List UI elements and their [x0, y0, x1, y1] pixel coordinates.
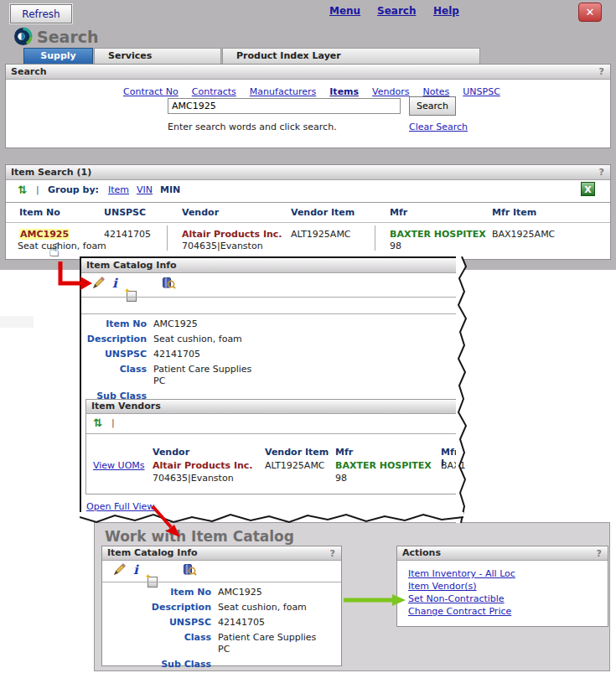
refresh-vendors-icon[interactable]: ⇅ [93, 417, 102, 429]
sparkle-icon: ✦ [124, 287, 131, 295]
mfr-detail: 98 [335, 473, 347, 484]
actions-header: Actions ? [397, 546, 608, 561]
col-mfr: Mfr [335, 447, 353, 458]
export-excel-icon[interactable]: X [581, 182, 595, 199]
col-vendor: Vendor [153, 447, 189, 458]
group-by-label: Group by: [48, 184, 99, 195]
help-link[interactable]: Help [433, 5, 459, 17]
group-by-vin-link[interactable]: VIN [137, 184, 153, 195]
item-vendors-title: Item Vendors [91, 401, 161, 412]
refresh-results-icon[interactable]: ⇅ [18, 184, 27, 196]
group-by-item-link[interactable]: Item [108, 184, 129, 195]
vendor-detail: 704635|Evanston [153, 473, 234, 484]
action-item-inventory-link[interactable]: Item Inventory - All Loc [408, 568, 515, 579]
help-icon[interactable]: ? [330, 548, 335, 559]
app-window: Refresh Menu Search Help ✕ Search Supply… [0, 0, 616, 270]
tab-services[interactable]: Services [94, 48, 221, 64]
view-uoms-link[interactable]: View UOMs [93, 460, 145, 471]
field-label: Description [81, 334, 147, 345]
screen: Refresh Menu Search Help ✕ Search Supply… [0, 0, 616, 673]
search-panel: Search ? Contract No Contracts Manufactu… [5, 64, 611, 148]
group-by-min-active: MIN [160, 184, 180, 195]
info-icon[interactable]: i [133, 564, 138, 576]
help-icon[interactable]: ? [599, 66, 604, 77]
refresh-button[interactable]: Refresh [10, 4, 72, 23]
link-items[interactable]: Items [329, 86, 359, 97]
red-arrow-to-edit-icon [55, 261, 96, 292]
result-unspsc: 42141705 [104, 229, 151, 240]
close-icon[interactable]: ✕ [578, 3, 602, 22]
result-item-no-link[interactable]: AMC1925 [19, 229, 70, 240]
link-manufacturers[interactable]: Manufacturers [250, 86, 316, 97]
item-catalog-popup: Item Catalog Info i ✦ Item NoAMC1925 Des… [80, 256, 462, 516]
page-title: Search [37, 28, 99, 46]
item-vendors-panel: Item Vendors ⇅ | Vendor Vendor Item Mfr … [85, 399, 459, 494]
field-value: 42141705 [218, 617, 265, 629]
col-vendor: Vendor [182, 207, 219, 218]
action-change-contract-price-link[interactable]: Change Contract Price [408, 606, 511, 617]
toolbar-divider [6, 202, 610, 203]
header-divider [6, 222, 610, 223]
item-fields: Item NoAMC1925 DescriptionSeat cushion, … [81, 318, 251, 406]
item-search-header: Item Search (1) ? [6, 165, 610, 180]
item-fields: Item NoAMC1925 DescriptionSeat cushion, … [102, 587, 316, 673]
app-logo-icon [13, 27, 33, 49]
edit-pencil-icon[interactable] [112, 562, 127, 579]
popup-header: Item Catalog Info [81, 258, 462, 273]
divider [102, 582, 341, 582]
vendor-item: ALT1925AMC [265, 460, 325, 471]
catalog-search-icon[interactable] [162, 276, 176, 292]
tab-supply[interactable]: Supply [23, 48, 93, 64]
col-unspsc: UNSPSC [104, 207, 146, 218]
torn-edge-right [456, 256, 469, 525]
link-contract-no[interactable]: Contract No [123, 86, 179, 97]
item-vendors-header: Item Vendors [86, 400, 458, 414]
field-label: Class [102, 632, 211, 655]
vendor-name: Altair Products Inc. [153, 460, 253, 471]
hand-cursor-icon: ☝ [49, 240, 60, 261]
green-arrow-to-set-non-contractible [342, 593, 407, 607]
page-edge-fragment [0, 316, 34, 328]
clear-search-link[interactable]: Clear Search [409, 122, 468, 132]
result-vendor-item: ALT1925AMC [291, 229, 351, 240]
divider [86, 433, 458, 434]
help-icon[interactable]: ? [597, 548, 602, 559]
col-mfr-item: Mfr Item [492, 207, 536, 218]
popup-title: Item Catalog Info [86, 260, 177, 271]
item-search-panel: Item Search (1) ? ⇅ | Group by: Item VIN… [5, 164, 611, 260]
toolbar-separator: | [36, 184, 39, 195]
field-value: Patient Care SuppliesPC [218, 632, 316, 655]
search-panel-title: Search [11, 66, 47, 77]
field-value: Patient Care SuppliesPC [153, 364, 251, 387]
help-icon[interactable]: ? [599, 167, 604, 178]
toolbar-separator: | [111, 417, 115, 428]
link-contracts[interactable]: Contracts [192, 86, 236, 97]
col-vendor-item: Vendor Item [291, 207, 355, 218]
result-mfr-item: BAX1925AMC [492, 229, 555, 240]
actions-title: Actions [402, 547, 441, 558]
link-unspsc[interactable]: UNSPSC [463, 86, 500, 97]
search-input[interactable] [168, 98, 401, 114]
actions-panel: Actions ? Item Inventory - All Loc Item … [396, 546, 608, 627]
info-icon[interactable]: i [112, 277, 117, 289]
field-value: Seat cushion, foam [153, 334, 242, 345]
catalog-search-icon[interactable] [183, 562, 197, 579]
divider [81, 297, 462, 298]
link-vendors[interactable]: Vendors [372, 86, 409, 97]
result-mfr: BAXTER HOSPITEX [390, 229, 486, 240]
info-panel-header: Item Catalog Info ? [102, 546, 341, 561]
action-item-vendors-link[interactable]: Item Vendor(s) [408, 581, 477, 592]
search-hint: Enter search words and click search. [168, 122, 337, 132]
item-catalog-info-panel: Item Catalog Info ? i ✦ [101, 546, 342, 666]
result-mfr-detail: 98 [390, 241, 401, 251]
open-full-view-link[interactable]: Open Full View [86, 501, 154, 512]
action-set-non-contractible-link[interactable]: Set Non-Contractible [408, 593, 505, 604]
search-button[interactable]: Search [409, 96, 456, 116]
red-arrow-to-work-area [149, 503, 186, 541]
tab-product-index-layer[interactable]: Product Index Layer [222, 48, 480, 64]
field-value: 42141705 [153, 349, 200, 360]
col-item-no: Item No [19, 207, 60, 218]
search-link[interactable]: Search [377, 5, 416, 17]
work-area-title: Work with Item Catalog [105, 528, 294, 545]
menu-link[interactable]: Menu [329, 5, 360, 17]
